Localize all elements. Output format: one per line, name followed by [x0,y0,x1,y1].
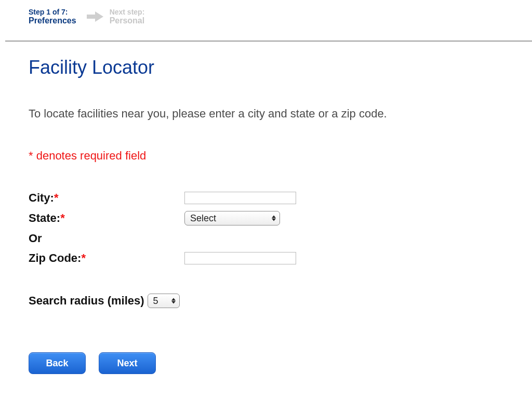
zip-label-text: Zip Code: [29,251,81,264]
divider [5,41,532,42]
city-input[interactable] [184,192,296,204]
city-row: City:* [29,191,532,205]
state-select-value: Select [190,213,216,224]
page-title: Facility Locator [29,57,532,78]
required-asterisk-icon: * [54,191,59,204]
required-asterisk-icon: * [81,251,86,264]
radius-select-value: 5 [153,296,158,307]
zip-input[interactable] [184,252,296,264]
updown-caret-icon [171,298,176,304]
step-next: Next step: Personal [110,8,145,25]
back-button[interactable]: Back [29,352,86,374]
zip-label: Zip Code:* [29,251,184,265]
required-asterisk-icon: * [60,211,65,224]
state-label-text: State: [29,211,60,224]
city-label-text: City: [29,191,54,204]
step-indicator: Step 1 of 7: Preferences Next step: Pers… [29,8,532,25]
next-button[interactable]: Next [99,352,156,374]
radius-row: Search radius (miles) 5 [29,294,532,308]
zip-row: Zip Code:* [29,251,532,265]
arrow-right-icon [87,11,103,22]
updown-caret-icon [272,216,276,221]
step-current-line2: Preferences [29,16,76,25]
button-row: Back Next [29,352,532,374]
step-next-line1: Next step: [110,8,145,16]
radius-select[interactable]: 5 [148,294,180,308]
or-label: Or [29,232,184,245]
radius-label: Search radius (miles) [29,294,144,308]
state-select[interactable]: Select [184,211,280,225]
required-note: * denotes required field [29,149,532,163]
state-row: State:* Select [29,211,532,225]
step-current: Step 1 of 7: Preferences [29,8,76,25]
step-next-line2: Personal [110,16,145,25]
locator-form: City:* State:* Select Or [29,191,532,374]
city-label: City:* [29,191,184,205]
step-current-line1: Step 1 of 7: [29,8,76,16]
or-row: Or [29,232,532,245]
instructions-text: To locate facilities near you, please en… [29,107,532,121]
state-label: State:* [29,211,184,225]
